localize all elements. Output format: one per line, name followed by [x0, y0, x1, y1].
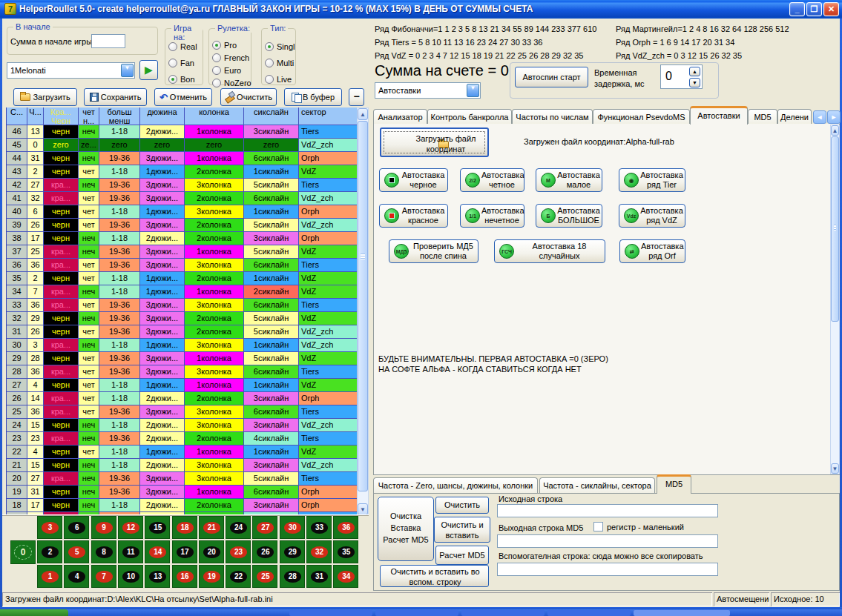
radio-icon[interactable] [212, 66, 221, 75]
roulette-cell-1[interactable]: 1 [37, 565, 62, 588]
tab-анализатор[interactable]: Анализатор [373, 109, 427, 125]
bottom-tab-1[interactable]: Частота - сиклайны, сектора [539, 477, 655, 494]
md5-output-input[interactable] [497, 534, 718, 548]
table-row[interactable]: 4431черннеч19-363дюжи...1колонка6сиклайн… [7, 152, 357, 165]
radio-icon[interactable] [212, 79, 221, 87]
roulette-cell-13[interactable]: 13 [145, 565, 170, 588]
scroll-up-icon[interactable]: ▲ [831, 125, 839, 136]
scroll-up-icon[interactable]: ▲ [358, 108, 368, 120]
roulette-cell-36[interactable]: 36 [333, 516, 358, 539]
chevron-down-icon[interactable]: ▼ [121, 64, 134, 77]
table-scrollbar-thumb[interactable] [358, 121, 368, 491]
clear-button[interactable]: Очистить [435, 497, 489, 514]
bet-button-4[interactable]: Автоставка красное [379, 204, 448, 228]
roulette-cell-22[interactable]: 22 [226, 565, 251, 588]
roulette-cell-12[interactable]: 12 [118, 516, 143, 539]
roulette-zero-cell[interactable]: 0 [10, 540, 36, 564]
close-button[interactable]: ✕ [823, 2, 839, 16]
roulette-cell-28[interactable]: 28 [280, 565, 305, 588]
calc-md5-button[interactable]: Расчет MD5 [435, 546, 489, 565]
table-row[interactable]: 303кра...неч1-181дюжи...3колонка1сиклайн… [7, 339, 357, 352]
radio-option-bon[interactable]: Bon [168, 75, 195, 84]
table-row[interactable]: 1817черннеч1-182дюжи...2колонка3сиклайнO… [7, 499, 357, 512]
autobets-combobox[interactable]: Автоставки ▼ [375, 82, 481, 99]
table-row[interactable]: 3926чернчет19-363дюжи...2колонка5сиклайн… [7, 219, 357, 232]
roulette-cell-30[interactable]: 30 [280, 516, 305, 539]
roulette-cell-31[interactable]: 31 [306, 565, 332, 588]
load-coords-button[interactable]: Загрузить файл координат [380, 127, 489, 157]
tab-функционал-psevdoms[interactable]: Функционал PsevdoMS [593, 109, 690, 125]
roulette-cell-26[interactable]: 26 [252, 540, 277, 563]
taskbar-button[interactable] [375, 610, 458, 616]
roulette-cell-2[interactable]: 2 [37, 540, 62, 563]
tab-контроль-банкролла[interactable]: Контроль банкролла [427, 109, 512, 125]
radio-option-french[interactable]: French [212, 53, 249, 62]
roulette-cell-35[interactable]: 35 [333, 540, 358, 563]
table-row[interactable]: 3725кра...неч19-363дюжи...1колонка5сикла… [7, 245, 357, 259]
table-row[interactable]: 352чернчет1-181дюжи...2колонка1сиклайнVd… [7, 272, 357, 285]
roulette-cell-16[interactable]: 16 [172, 565, 197, 588]
roulette-cell-11[interactable]: 11 [118, 540, 143, 563]
start-button[interactable] [0, 609, 68, 616]
spinner-up-icon[interactable]: ▲ [689, 67, 700, 76]
radio-option-pro[interactable]: Pro [212, 41, 237, 50]
roulette-cell-10[interactable]: 10 [118, 565, 143, 588]
table-row[interactable]: 4227кра...неч19-363дюжи...3колонка5сикла… [7, 179, 357, 192]
table-row[interactable]: 3229черннеч19-363дюжи...2колонка5сиклайн… [7, 312, 357, 325]
table-row[interactable]: 224чернчет1-181дюжи...1колонка1сиклайнVd… [7, 446, 357, 459]
bet-button-10[interactable]: ⇄Автоставка ряд Orf [619, 239, 685, 263]
table-row[interactable]: 2614кра...чет1-182дюжи...2колонка3сиклай… [7, 392, 357, 405]
table-row[interactable]: 347кра...неч1-181дюжи...1колонка2сиклайн… [7, 285, 357, 299]
taskbar-button[interactable] [461, 610, 545, 616]
bet-button-9[interactable]: ГСЧАвтоставка 18 случайных [494, 239, 605, 263]
taskbar[interactable] [0, 609, 842, 616]
bet-button-0[interactable]: Автоставка черное [379, 168, 448, 192]
roulette-cell-8[interactable]: 8 [91, 540, 116, 563]
table-row[interactable]: 2027кра...неч19-363дюжи...3колонка5сикла… [7, 472, 357, 486]
clear-and-paste-button[interactable]: Очистить и вставить [434, 517, 490, 543]
taskbar-button[interactable] [289, 610, 372, 616]
roulette-cell-29[interactable]: 29 [280, 540, 305, 563]
md5-big-button[interactable]: Очистка Вставка Расчет MD5 [378, 497, 434, 561]
radio-option-euro[interactable]: Euro [212, 66, 241, 75]
table-row[interactable]: 2536кра...чет19-363дюжи...3колонка6сикла… [7, 405, 357, 419]
tab-panel-scrollbar-thumb[interactable] [831, 136, 839, 322]
bet-button-6[interactable]: БАвтоставка БОЛЬШОЕ [536, 204, 602, 228]
сохранить-button[interactable]: Сохранить [84, 88, 147, 106]
scroll-down-icon[interactable]: ▼ [831, 463, 839, 474]
radio-icon[interactable] [168, 42, 177, 51]
roulette-cell-33[interactable]: 33 [306, 516, 332, 539]
roulette-cell-21[interactable]: 21 [199, 516, 224, 539]
radio-option-multi[interactable]: Multi [265, 59, 294, 67]
register-checkbox[interactable] [593, 522, 603, 531]
source-string-input[interactable] [497, 504, 718, 517]
table-row[interactable]: 3126чернчет19-363дюжи...2колонка5сиклайн… [7, 325, 357, 339]
bet-button-8[interactable]: МД5Проверить МД5 после спина [389, 239, 478, 263]
delay-spinner[interactable]: 0 ▲ ▼ [660, 64, 703, 89]
tabs-scroll-right-icon[interactable]: ► [827, 110, 841, 124]
table-row[interactable]: 2115черннеч1-182дюжи...3колонка3сиклайнV… [7, 459, 357, 472]
table-scrollbar[interactable]: ▲ ▼ [357, 107, 369, 514]
table-row[interactable]: 2836кра...чет19-363дюжи...3колонка6сикла… [7, 365, 357, 379]
bet-button-2[interactable]: МАвтоставка малое [536, 168, 602, 192]
tab-panel-scrollbar[interactable]: ▲ ▼ [830, 125, 840, 474]
bet-button-7[interactable]: VdzАвтоставка ряд VdZ [619, 204, 685, 228]
table-row[interactable]: 3817черннеч1-182дюжи...2колонка3сиклайнO… [7, 232, 357, 245]
radio-icon[interactable] [265, 75, 274, 84]
roulette-cell-9[interactable]: 9 [91, 516, 116, 539]
radio-option-real[interactable]: Real [168, 42, 197, 51]
radio-option-nozero[interactable]: NoZero [212, 79, 251, 87]
radio-option-singl[interactable]: Singl [265, 42, 295, 51]
start-sum-input[interactable] [91, 34, 125, 48]
radio-option-fan[interactable]: Fan [168, 59, 194, 67]
table-row[interactable]: 1931черннеч19-363дюжи...1колонка6сиклайн… [7, 486, 357, 499]
bet-button-1[interactable]: 2/2Автоставка четное [460, 168, 524, 192]
roulette-cell-19[interactable]: 19 [199, 565, 224, 588]
autospin-start-button[interactable]: Автоспин старт [515, 67, 588, 87]
taskbar-button-active[interactable] [634, 610, 730, 616]
radio-icon[interactable] [265, 59, 274, 67]
table-row[interactable]: 3336кра...чет19-363дюжи...3колонка6сикла… [7, 299, 357, 312]
roulette-cell-4[interactable]: 4 [64, 565, 89, 588]
table-row[interactable]: 4132кра...чет19-363дюжи...2колонка6сикла… [7, 192, 357, 205]
roulette-cell-7[interactable]: 7 [91, 565, 116, 588]
